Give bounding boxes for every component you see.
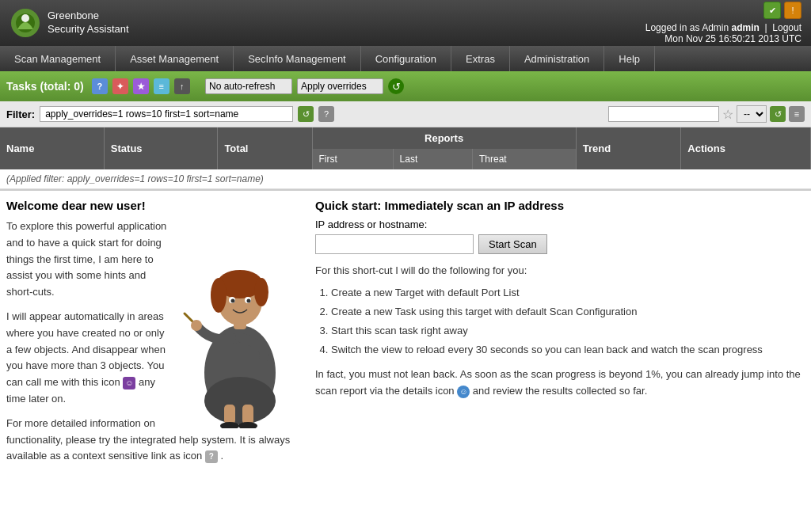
refresh-select[interactable]: No auto-refresh 30 seconds 1 minute 5 mi… <box>205 78 292 94</box>
col-reports-first: First <box>312 149 393 169</box>
right-panel: Quick start: Immediately scan an IP addr… <box>315 199 805 473</box>
steps-list: Create a new Target with default Port Li… <box>315 284 805 359</box>
nav-configuration[interactable]: Configuration <box>361 46 451 71</box>
filter-bar: Filter: ↺ ? ☆ -- ↺ ≡ <box>0 101 811 127</box>
left-panel: Welcome dear new user! To explore this p… <box>6 199 299 473</box>
quick-steps: For this short-cut I will do the followi… <box>315 262 805 400</box>
extra-info-text: In fact, you must not lean back. As soon… <box>315 367 805 400</box>
col-reports: Reports <box>312 127 576 149</box>
header: Greenbone Security Assistant ✔ ! Logged … <box>0 0 811 46</box>
filter-dash-select[interactable]: -- <box>737 105 767 123</box>
tasks-table: Name Status Total Reports Trend Actions … <box>0 127 811 189</box>
blue-face-icon[interactable]: ☺ <box>457 386 470 398</box>
logo-icon <box>10 7 41 39</box>
start-scan-button[interactable]: Start Scan <box>478 234 547 254</box>
gray-q-icon[interactable]: ? <box>205 450 218 463</box>
filter-help-icon[interactable]: ? <box>318 106 334 122</box>
list-tasks-icon[interactable]: ≡ <box>154 78 169 94</box>
col-total: Total <box>218 127 312 169</box>
filter-star-icon[interactable]: ☆ <box>722 107 733 122</box>
logged-in-text: Logged in as Admin <box>645 22 729 33</box>
export-tasks-icon[interactable]: ↑ <box>174 78 190 94</box>
svg-point-16 <box>231 299 235 303</box>
ip-label: IP address or hostname: <box>315 218 805 230</box>
filter-input[interactable] <box>40 106 293 122</box>
extra-info2-span: and review the results collected so far. <box>473 385 647 397</box>
nav-help[interactable]: Help <box>604 46 655 71</box>
logo-line1: Greenbone <box>48 10 129 23</box>
nav-scan-management[interactable]: Scan Management <box>0 46 116 71</box>
filter-label: Filter: <box>6 108 35 120</box>
refresh-select-wrapper: No auto-refresh 30 seconds 1 minute 5 mi… <box>205 78 292 94</box>
quick-start-title: Quick start: Immediately scan an IP addr… <box>315 199 805 212</box>
tasks-table-container: Name Status Total Reports Trend Actions … <box>0 127 811 191</box>
shortcut-intro-text: For this short-cut I will do the followi… <box>315 262 805 279</box>
logout-link[interactable]: Logout <box>772 22 801 33</box>
welcome-para3b-text: . <box>220 450 223 462</box>
tasks-title: Tasks (total: 0) <box>6 80 84 93</box>
help-tasks-icon[interactable]: ? <box>92 78 108 94</box>
header-right: ✔ ! Logged in as Admin admin | Logout Mo… <box>645 2 801 44</box>
new-tasks-icon[interactable]: ★ <box>133 78 149 94</box>
username-text: admin <box>732 22 760 33</box>
nav-administration[interactable]: Administration <box>510 46 604 71</box>
svg-rect-6 <box>242 405 253 424</box>
col-reports-last: Last <box>393 149 472 169</box>
purple-icon[interactable]: ☺ <box>123 377 135 390</box>
step-3: Start this scan task right away <box>331 322 805 340</box>
col-reports-threat: Threat <box>472 149 576 169</box>
filter-right: ☆ -- ↺ ≡ <box>608 105 805 123</box>
applied-filter: (Applied filter: apply_overrides=1 rows=… <box>0 169 811 189</box>
ip-input-row: Start Scan <box>315 234 805 254</box>
nav-secinfo-management[interactable]: SecInfo Management <box>234 46 361 71</box>
filter-list-icon[interactable]: ≡ <box>789 106 805 122</box>
step-2: Create a new Task using this target with… <box>331 303 805 321</box>
alert-icon: ! <box>784 2 801 19</box>
filter-search-input[interactable] <box>608 106 719 122</box>
svg-point-4 <box>204 377 276 424</box>
login-info: Logged in as Admin admin | Logout <box>645 22 801 33</box>
main-nav: Scan Management Asset Management SecInfo… <box>0 46 811 71</box>
svg-point-18 <box>191 320 202 331</box>
svg-point-17 <box>247 299 251 303</box>
nav-asset-management[interactable]: Asset Management <box>116 46 234 71</box>
svg-point-2 <box>21 14 29 22</box>
step-4: Switch the view to reload every 30 secon… <box>331 341 805 359</box>
main-content: Welcome dear new user! To explore this p… <box>0 191 811 481</box>
datetime-text: Mon Nov 25 16:50:21 2013 UTC <box>645 33 801 44</box>
col-status: Status <box>104 127 218 169</box>
svg-point-12 <box>211 278 227 313</box>
shield-icon: ✔ <box>763 2 781 19</box>
col-actions: Actions <box>681 127 811 169</box>
header-icons: ✔ ! <box>645 2 801 19</box>
overrides-select-wrapper: Apply overrides No overrides <box>297 78 383 94</box>
svg-point-13 <box>254 278 268 306</box>
logo-area: Greenbone Security Assistant <box>10 7 129 39</box>
ip-input[interactable] <box>315 234 474 254</box>
wizard-tasks-icon[interactable]: ✦ <box>112 78 128 94</box>
avatar-container <box>181 199 299 431</box>
filter-save-icon[interactable]: ↺ <box>770 106 786 122</box>
assistant-avatar <box>181 199 299 428</box>
svg-rect-5 <box>224 405 235 424</box>
overrides-select[interactable]: Apply overrides No overrides <box>297 78 383 94</box>
refresh-icon[interactable]: ↺ <box>388 78 404 94</box>
tasks-bar: Tasks (total: 0) ? ✦ ★ ≡ ↑ No auto-refre… <box>0 71 811 101</box>
step-1: Create a new Target with default Port Li… <box>331 284 805 302</box>
filter-apply-icon[interactable]: ↺ <box>298 106 314 122</box>
col-trend: Trend <box>576 127 681 169</box>
col-name: Name <box>0 127 104 169</box>
logo-line2: Security Assistant <box>48 23 129 36</box>
logo-text: Greenbone Security Assistant <box>48 10 129 36</box>
nav-extras[interactable]: Extras <box>451 46 510 71</box>
